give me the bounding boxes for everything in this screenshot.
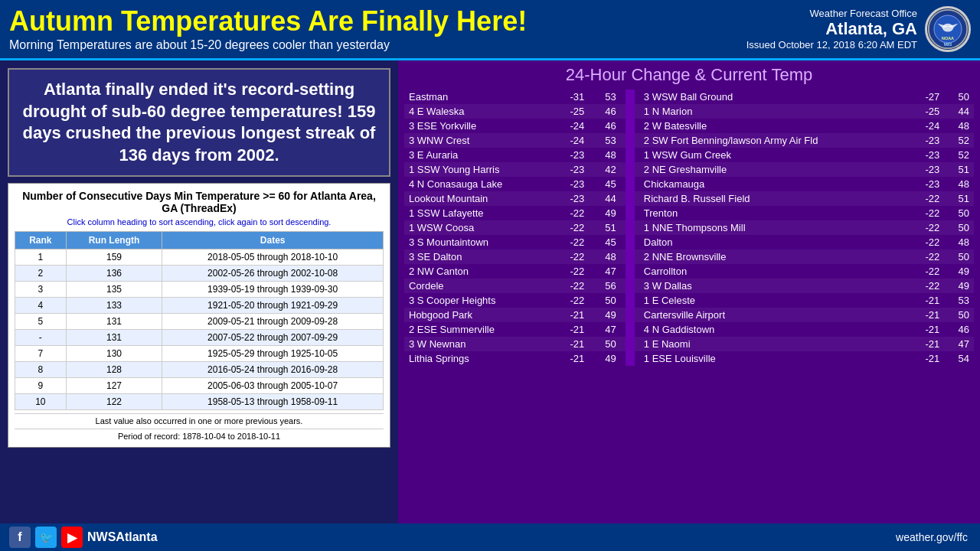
right-title: 24-Hour Change & Current Temp — [404, 65, 974, 85]
office-info: Weather Forecast Office Atlanta, GA Issu… — [746, 8, 917, 51]
table-container: Number of Consecutive Days Min Temperatu… — [8, 183, 390, 448]
table-row: 4 E Waleska-25461 N Marion-2544 — [404, 104, 974, 119]
table-title: Number of Consecutive Days Min Temperatu… — [15, 190, 384, 214]
temp-table-body: Eastman-31533 WSW Ball Ground-27504 E Wa… — [404, 90, 974, 366]
streak-table-body: 11592018-05-05 through 2018-10-102136200… — [15, 249, 384, 410]
nws-logo: NOAA NWS — [925, 6, 971, 52]
right-panel: 24-Hour Change & Current Temp Eastman-31… — [398, 60, 980, 543]
table-note1: Last value also occurred in one or more … — [15, 413, 384, 425]
table-row: 3 S Mountaintown-2245Dalton-2248 — [404, 235, 974, 249]
header-right: Weather Forecast Office Atlanta, GA Issu… — [746, 6, 971, 52]
svg-text:NOAA: NOAA — [942, 36, 954, 41]
table-row: 1 SSW Young Harris-23422 NE Greshamville… — [404, 162, 974, 177]
col-dates[interactable]: Dates — [162, 232, 384, 249]
table-row: 2 NW Canton-2247Carrollton-2249 — [404, 264, 974, 279]
office-title: Weather Forecast Office — [746, 8, 917, 19]
table-row: 4 N Conasauga Lake-2345Chickamauga-2348 — [404, 177, 974, 191]
table-row: 2 ESE Summerville-21474 N Gaddistown-214… — [404, 322, 974, 337]
left-panel: Atlanta finally ended it's record-settin… — [0, 60, 398, 543]
table-row: 91272005-06-03 through 2005-10-07 — [15, 378, 384, 394]
table-row: 51312009-05-21 through 2009-09-28 — [15, 314, 384, 330]
table-row: 1 SSW Lafayette-2249Trenton-2250 — [404, 206, 974, 220]
table-row: Lithia Springs-21491 ESE Louisville-2154 — [404, 351, 974, 366]
table-row: 3 WNW Crest-24532 SW Fort Benning/lawson… — [404, 133, 974, 148]
table-note2: Period of record: 1878-10-04 to 2018-10-… — [15, 429, 384, 441]
table-subtitle: Click column heading to sort ascending, … — [15, 217, 384, 227]
table-row: -1312007-05-22 through 2007-09-29 — [15, 330, 384, 346]
table-row: 1 WSW Coosa-22511 NNE Thompsons Mill-225… — [404, 220, 974, 235]
website-url: weather.gov/ffc — [896, 531, 968, 543]
social-row: f 🐦 ▶ NWSAtlanta — [9, 527, 158, 548]
col-rank[interactable]: Rank — [15, 232, 67, 249]
table-row: 101221958-05-13 through 1958-09-11 — [15, 394, 384, 410]
table-row: 3 ESE Yorkville-24462 W Batesville-2448 — [404, 119, 974, 133]
social-handle: NWSAtlanta — [87, 530, 158, 544]
table-row: Cordele-22563 W Dallas-2249 — [404, 279, 974, 293]
facebook-icon[interactable]: f — [9, 527, 31, 548]
streak-table: Rank Run Length Dates 11592018-05-05 thr… — [15, 231, 384, 410]
temp-table: Eastman-31533 WSW Ball Ground-27504 E Wa… — [404, 90, 974, 366]
table-row: 71301925-05-29 through 1925-10-05 — [15, 346, 384, 362]
table-row: 3 W Newnan-21501 E Naomi-2147 — [404, 337, 974, 351]
table-row: 21362002-05-26 through 2002-10-08 — [15, 266, 384, 282]
table-row: 81282016-05-24 through 2016-09-28 — [15, 362, 384, 378]
main-content: Atlanta finally ended it's record-settin… — [0, 60, 980, 543]
table-row: 3 S Cooper Heights-22501 E Celeste-2153 — [404, 293, 974, 308]
table-row: Lookout Mountain-2344Richard B. Russell … — [404, 191, 974, 206]
col-run-length[interactable]: Run Length — [66, 232, 162, 249]
table-row: 3 E Auraria-23481 WSW Gum Creek-2352 — [404, 148, 974, 162]
table-row: Hobgood Park-2149Cartersville Airport-21… — [404, 308, 974, 322]
issued-time: Issued October 12, 2018 6:20 AM EDT — [746, 39, 917, 51]
youtube-icon[interactable]: ▶ — [61, 527, 83, 548]
table-row: 3 SE Dalton-22482 NNE Brownsville-2250 — [404, 249, 974, 264]
svg-text:NWS: NWS — [944, 43, 952, 47]
twitter-icon[interactable]: 🐦 — [35, 527, 57, 548]
bottom-bar: f 🐦 ▶ NWSAtlanta weather.gov/ffc — [0, 523, 980, 551]
header-left: Autumn Temperatures Are Finally Here! Mo… — [9, 6, 746, 52]
office-location: Atlanta, GA — [746, 19, 917, 39]
headline-box: Atlanta finally ended it's record-settin… — [8, 68, 390, 177]
header: Autumn Temperatures Are Finally Here! Mo… — [0, 0, 980, 60]
svg-point-2 — [942, 24, 953, 32]
table-row: 11592018-05-05 through 2018-10-10 — [15, 249, 384, 266]
table-row: 31351939-05-19 through 1939-09-30 — [15, 282, 384, 298]
table-row: 41331921-05-20 through 1921-09-29 — [15, 298, 384, 314]
table-row: Eastman-31533 WSW Ball Ground-2750 — [404, 90, 974, 104]
temp-table-wrapper: Eastman-31533 WSW Ball Ground-27504 E Wa… — [404, 90, 974, 526]
page-title: Autumn Temperatures Are Finally Here! — [9, 6, 746, 37]
header-subtitle: Morning Temperatures are about 15-20 deg… — [9, 38, 746, 52]
